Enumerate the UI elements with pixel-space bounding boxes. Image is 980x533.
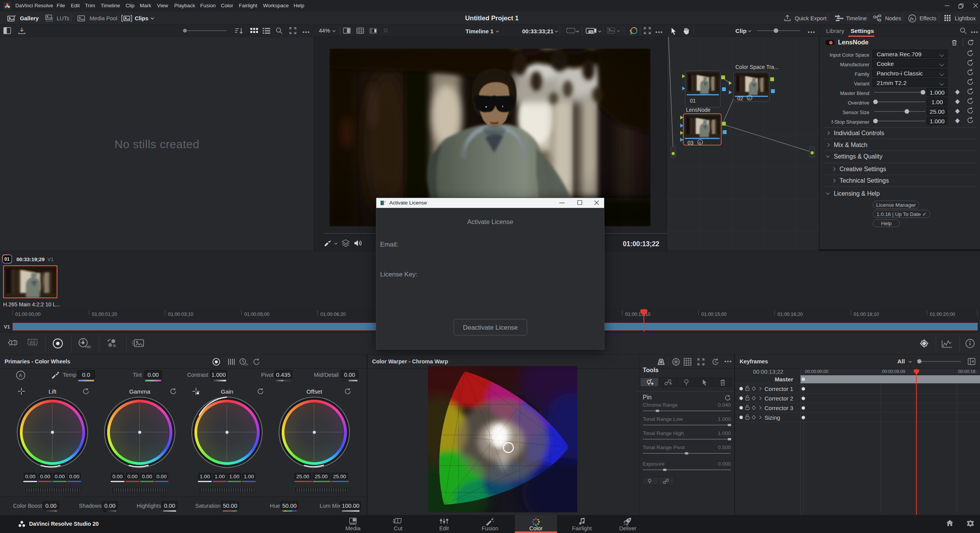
svg-text:HQ: HQ: [590, 31, 593, 33]
svg-text:01:00:15;00: 01:00:15;00: [701, 312, 727, 317]
svg-text:01:00:05;00: 01:00:05;00: [244, 312, 270, 317]
svg-text:01:00:18;10: 01:00:18;10: [854, 312, 879, 317]
svg-text:HDR: HDR: [85, 345, 91, 349]
svg-text:LensNode: LensNode: [686, 107, 710, 113]
svg-text:01:00:20;00: 01:00:20;00: [930, 312, 955, 317]
svg-text:fx: fx: [748, 96, 751, 100]
svg-text:LOG: LOG: [243, 363, 248, 366]
svg-text:02: 02: [737, 95, 743, 101]
svg-text:01:00:00;00: 01:00:00;00: [15, 312, 41, 317]
svg-text:fx: fx: [699, 141, 701, 144]
svg-text:01:00:16;20: 01:00:16;20: [777, 312, 803, 317]
svg-text:01:00:06;20: 01:00:06;20: [320, 312, 346, 317]
svg-text:A: A: [19, 373, 22, 378]
svg-text:01: 01: [690, 98, 696, 104]
svg-text:01:00:01;20: 01:00:01;20: [92, 312, 117, 317]
svg-text:01: 01: [5, 257, 10, 262]
svg-text:fx: fx: [910, 16, 914, 21]
svg-text:Color Space Tra...: Color Space Tra...: [735, 64, 779, 70]
svg-text:03: 03: [688, 140, 694, 146]
svg-text:01:00:03;10: 01:00:03;10: [168, 312, 193, 317]
